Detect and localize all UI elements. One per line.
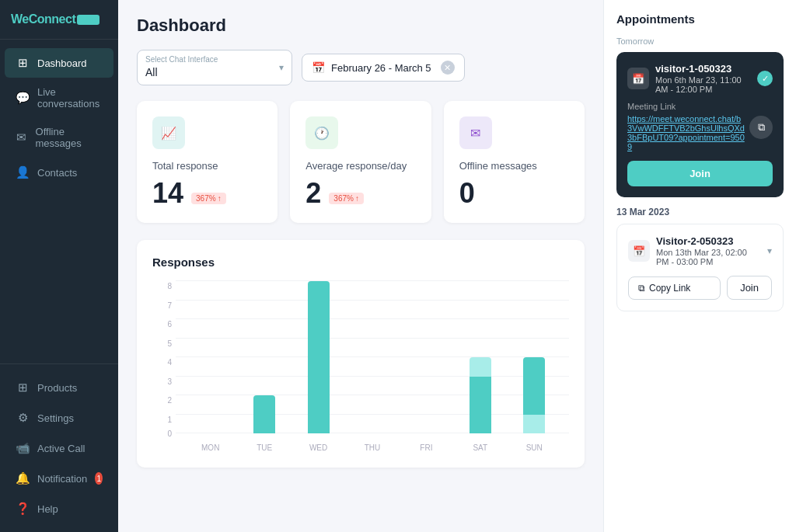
y-label-2: 2 bbox=[152, 396, 172, 405]
bar-tue bbox=[253, 395, 275, 433]
sidebar-item-live-conversations[interactable]: 💬 Live conversations bbox=[5, 78, 113, 117]
chat-interface-filter[interactable]: Select Chat Interface All ▾ bbox=[137, 50, 292, 85]
bars-container bbox=[176, 281, 569, 433]
mail-icon: ✉ bbox=[470, 126, 480, 141]
bar-group-sat bbox=[453, 357, 507, 433]
appointment-card-2: 📅 Visitor-2-050323 Mon 13th Mar 23, 02:0… bbox=[616, 224, 784, 311]
appt-2-actions: ⧉ Copy Link Join bbox=[628, 276, 772, 300]
date-filter[interactable]: 📅 February 26 - March 5 ✕ bbox=[302, 54, 465, 82]
appt-1-time: Mon 6th Mar 23, 11:00 AM - 12:00 PM bbox=[655, 75, 751, 94]
envelope-icon: ✉ bbox=[16, 130, 28, 144]
filters-row: Select Chat Interface All ▾ 📅 February 2… bbox=[137, 50, 585, 85]
bar-sun-light bbox=[523, 415, 545, 434]
sidebar-label-live-conversations: Live conversations bbox=[37, 86, 103, 110]
notification-badge: 1 bbox=[95, 472, 103, 485]
stat-card-total-response: 📈 Total response 14 367% ↑ bbox=[137, 101, 278, 223]
sidebar-bottom: ⊞ Products ⚙ Settings 📹 Active Call 🔔 No… bbox=[0, 363, 118, 532]
calendar-icon: 📅 bbox=[312, 61, 325, 74]
sidebar-item-dashboard[interactable]: ⊞ Dashboard bbox=[5, 48, 113, 78]
chevron-down-icon-appt2[interactable]: ▾ bbox=[767, 245, 772, 256]
logo-chat: .chat bbox=[77, 15, 100, 25]
bar-group-wed bbox=[292, 281, 345, 433]
meeting-link-row: https://meet.weconnect.chat/b3VwWDFFTVB2… bbox=[627, 114, 773, 151]
date-clear-button[interactable]: ✕ bbox=[441, 61, 455, 75]
tomorrow-label: Tomorrow bbox=[616, 37, 784, 46]
appt-1-cal-icon: 📅 bbox=[627, 68, 649, 89]
appointments-panel: Appointments Tomorrow 📅 visitor-1-050323… bbox=[603, 0, 796, 532]
bar-sat-dark bbox=[470, 377, 491, 434]
sidebar-item-offline-messages[interactable]: ✉ Offline messages bbox=[5, 118, 113, 157]
bar-sun bbox=[523, 357, 545, 415]
copy-link-button[interactable]: ⧉ Copy Link bbox=[628, 276, 721, 300]
x-label-mon: MON bbox=[183, 443, 237, 452]
person-icon: 👤 bbox=[16, 165, 30, 179]
join-button-1[interactable]: Join bbox=[627, 161, 773, 186]
appt-2-info: Visitor-2-050323 Mon 13th Mar 23, 02:00 … bbox=[656, 235, 761, 266]
avg-response-label: Average response/day bbox=[305, 160, 415, 172]
chat-icon: 💬 bbox=[16, 91, 30, 105]
y-label-4: 4 bbox=[152, 358, 172, 367]
meeting-link-url[interactable]: https://meet.weconnect.chat/b3VwWDFFTVB2… bbox=[627, 114, 745, 151]
bar-group-sun bbox=[508, 357, 561, 433]
y-label-7: 7 bbox=[152, 301, 172, 309]
avg-response-icon-wrap: 🕐 bbox=[305, 116, 338, 149]
logo-we: WeConnect bbox=[11, 12, 75, 26]
appt-2-name: Visitor-2-050323 bbox=[656, 235, 761, 247]
bell-icon: 🔔 bbox=[16, 471, 30, 485]
avg-response-value: 2 bbox=[305, 179, 321, 207]
sidebar-label-active-call: Active Call bbox=[37, 443, 85, 454]
stat-card-avg-response: 🕐 Average response/day 2 367% ↑ bbox=[290, 101, 431, 223]
sidebar-label-notification: Notification bbox=[37, 473, 87, 485]
x-label-tue: TUE bbox=[237, 443, 291, 452]
bar-sat-light bbox=[470, 357, 491, 377]
clock-icon: 🕐 bbox=[314, 126, 330, 141]
y-axis: 8 7 6 5 4 3 2 1 0 bbox=[152, 281, 176, 433]
sidebar-item-notification[interactable]: 🔔 Notification 1 bbox=[5, 464, 113, 493]
total-response-badge: 367% ↑ bbox=[191, 193, 226, 204]
total-response-label: Total response bbox=[152, 160, 262, 172]
date-filter-value: February 26 - March 5 bbox=[331, 62, 431, 74]
sidebar-label-settings: Settings bbox=[37, 412, 74, 424]
bar-group-tue bbox=[237, 395, 291, 433]
chart-section: Responses 8 7 6 5 4 3 2 1 0 bbox=[137, 240, 585, 468]
bar-wed bbox=[308, 281, 330, 433]
avg-response-badge: 367% ↑ bbox=[329, 193, 364, 204]
x-label-wed: WED bbox=[292, 443, 345, 452]
trend-up-icon: 📈 bbox=[161, 126, 176, 141]
gear-icon: ⚙ bbox=[16, 411, 30, 425]
chat-interface-label: Select Chat Interface bbox=[145, 55, 218, 64]
chart-title: Responses bbox=[152, 256, 569, 269]
sidebar-label-help: Help bbox=[37, 503, 58, 515]
total-response-icon-wrap: 📈 bbox=[152, 116, 185, 149]
appointment-card-1: 📅 visitor-1-050323 Mon 6th Mar 23, 11:00… bbox=[616, 52, 784, 197]
x-label-fri: FRI bbox=[400, 443, 453, 452]
join-button-2[interactable]: Join bbox=[727, 276, 772, 300]
products-icon: ⊞ bbox=[16, 381, 30, 395]
chart-area: 8 7 6 5 4 3 2 1 0 bbox=[152, 281, 569, 452]
avg-response-value-row: 2 367% ↑ bbox=[305, 179, 415, 207]
x-label-sun: SUN bbox=[508, 443, 561, 452]
sidebar-label-dashboard: Dashboard bbox=[37, 57, 87, 69]
grid-icon: ⊞ bbox=[16, 56, 30, 70]
sidebar: WeConnect.chat ⊞ Dashboard 💬 Live conver… bbox=[0, 0, 118, 532]
copy-link-icon-button[interactable]: ⧉ bbox=[749, 116, 773, 139]
sidebar-label-offline-messages: Offline messages bbox=[36, 126, 103, 149]
sidebar-item-active-call[interactable]: 📹 Active Call bbox=[5, 433, 113, 463]
march-13-label: 13 Mar 2023 bbox=[616, 207, 784, 217]
total-response-value: 14 bbox=[152, 179, 183, 207]
sidebar-item-help[interactable]: ❓ Help bbox=[5, 494, 113, 523]
sidebar-item-products[interactable]: ⊞ Products bbox=[5, 373, 113, 402]
main-content: Dashboard Select Chat Interface All ▾ 📅 … bbox=[118, 0, 603, 532]
meeting-link-label: Meeting Link bbox=[627, 102, 773, 111]
sidebar-item-contacts[interactable]: 👤 Contacts bbox=[5, 158, 113, 187]
appt-2-time: Mon 13th Mar 23, 02:00 PM - 03:00 PM bbox=[656, 248, 761, 266]
offline-messages-value-row: 0 bbox=[459, 179, 569, 207]
copy-icon: ⧉ bbox=[638, 283, 645, 294]
sidebar-item-settings[interactable]: ⚙ Settings bbox=[5, 403, 113, 433]
logo-text: WeConnect.chat bbox=[11, 12, 100, 26]
appt-1-check-icon: ✓ bbox=[757, 71, 773, 86]
y-label-0: 0 bbox=[152, 429, 172, 438]
appt-2-header: 📅 Visitor-2-050323 Mon 13th Mar 23, 02:0… bbox=[628, 235, 772, 266]
stat-card-offline-messages: ✉ Offline messages 0 bbox=[444, 101, 585, 223]
y-label-5: 5 bbox=[152, 339, 172, 347]
